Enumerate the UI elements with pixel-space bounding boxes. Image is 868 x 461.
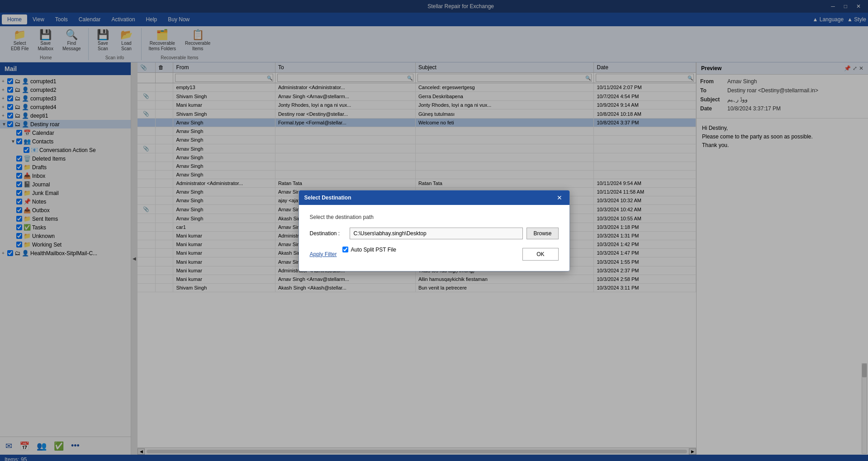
dialog-footer-left: Apply Filter Auto Split PST File (310, 247, 397, 262)
dialog-destination-label: Destination : (310, 230, 346, 237)
dialog-footer: Apply Filter Auto Split PST File OK (310, 247, 559, 262)
dialog-subtitle: Select the destination path (310, 214, 559, 220)
dialog-title-bar: Select Destination ✕ (299, 190, 569, 205)
dialog-overlay: Select Destination ✕ Select the destinat… (0, 0, 868, 461)
dialog-browse-button[interactable]: Browse (526, 228, 558, 239)
select-destination-dialog: Select Destination ✕ Select the destinat… (299, 190, 570, 271)
dialog-options: Auto Split PST File (342, 247, 397, 253)
dialog-close-button[interactable]: ✕ (555, 194, 564, 201)
auto-split-pst-checkbox[interactable] (342, 247, 348, 252)
dialog-ok-button[interactable]: OK (522, 248, 558, 261)
dialog-destination-input[interactable] (350, 228, 523, 239)
dialog-body: Select the destination path Destination … (299, 205, 569, 271)
dialog-title: Select Destination (304, 195, 351, 201)
apply-filter-link[interactable]: Apply Filter (310, 251, 337, 257)
auto-split-pst-label: Auto Split PST File (351, 247, 397, 253)
dialog-destination-row: Destination : Browse (310, 228, 559, 239)
